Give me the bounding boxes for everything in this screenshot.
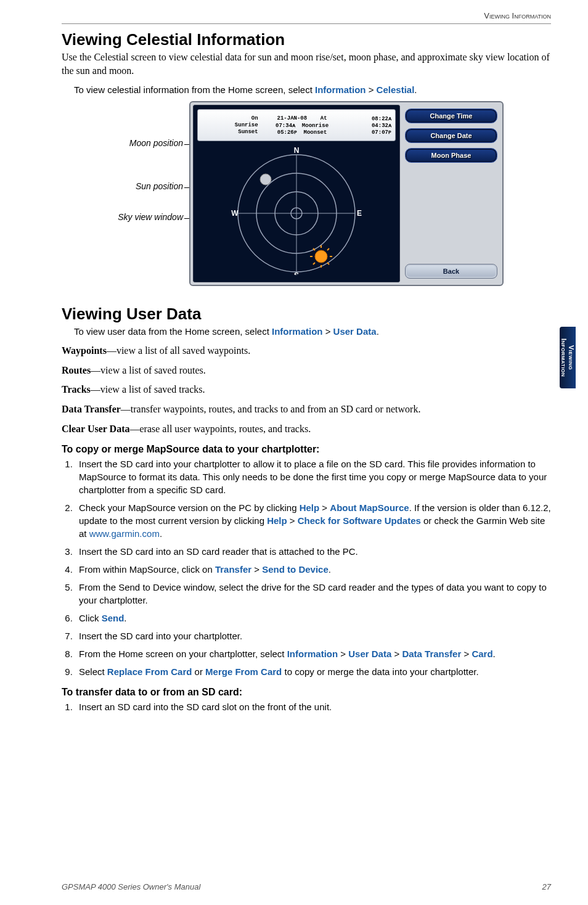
ui-about-mapsource: About MapSource <box>330 502 409 513</box>
sun-icon <box>310 245 332 268</box>
instr-text: To view celestial information from the H… <box>74 84 315 95</box>
ui-replace-from-card: Replace From Card <box>107 666 192 677</box>
page-footer: GPSMAP 4000 Series Owner's Manual 27 <box>62 882 551 891</box>
moon-icon <box>260 174 271 185</box>
page-header-section: Viewing Information <box>484 11 551 20</box>
ui-send: Send <box>102 613 125 623</box>
item-routes: Routes—view a list of saved routes. <box>62 364 551 377</box>
procA-heading: To copy or merge MapSource data to your … <box>62 444 551 455</box>
ui-data-transfer: Data Transfer <box>402 649 461 659</box>
celestial-info-bar: On 21-JAN-08 At 08:22ᴀ Sunrise 07:34ᴀ Mo… <box>197 109 396 141</box>
footer-manual-title: GPSMAP 4000 Series Owner's Manual <box>62 882 200 891</box>
svg-line-13 <box>313 263 315 264</box>
instr-text: To view user data from the Home screen, … <box>74 326 272 337</box>
procB-steps: Insert an SD card into the SD card slot … <box>62 700 551 713</box>
ui-celestial: Celestial <box>377 84 415 95</box>
value-moonrise-time: 04:32ᴀ <box>341 122 391 129</box>
section-title-celestial: Viewing Celestial Information <box>62 30 551 49</box>
procA-step3: Insert the SD card into an SD card reade… <box>75 545 551 558</box>
device-button-column: Change Time Change Date Moon Phase Back <box>402 105 500 282</box>
change-date-button[interactable]: Change Date <box>405 128 497 143</box>
procA-step7: Insert the SD card into your chartplotte… <box>75 629 551 642</box>
ui-information: Information <box>272 326 323 337</box>
row2-mid: 07:34ᴀ Moonrise <box>263 122 341 129</box>
procA-step5: From the Send to Device window, select t… <box>75 581 551 607</box>
svg-line-12 <box>327 248 329 250</box>
compass-e: E <box>357 209 362 218</box>
item-tracks: Tracks—view a list of saved tracks. <box>62 383 551 396</box>
side-tab-line1: Viewing <box>568 345 575 370</box>
sep: > <box>366 84 377 95</box>
ui-send-to-device: Send to Device <box>262 564 329 575</box>
device-frame: On 21-JAN-08 At 08:22ᴀ Sunrise 07:34ᴀ Mo… <box>189 101 504 286</box>
change-time-button[interactable]: Change Time <box>405 109 497 123</box>
row3-mid: 05:26ᴘ Moonset <box>263 129 341 136</box>
procA-step4: From within MapSource, click on Transfer… <box>75 563 551 576</box>
label-sunset: Sunset <box>202 129 263 136</box>
sep: > <box>322 326 333 337</box>
svg-line-14 <box>327 263 329 264</box>
value-date: 21-JAN-08 At <box>263 115 341 122</box>
device-screen: On 21-JAN-08 At 08:22ᴀ Sunrise 07:34ᴀ Mo… <box>193 105 400 282</box>
compass-w: W <box>231 209 239 218</box>
ui-help: Help <box>267 515 287 526</box>
celestial-figure: Moon position Sun position Sky view wind… <box>109 101 504 292</box>
procA-step8: From the Home screen on your chartplotte… <box>75 647 551 660</box>
back-button[interactable]: Back <box>405 264 497 279</box>
ui-help: Help <box>300 502 320 513</box>
celestial-intro: Use the Celestial screen to view celesti… <box>62 51 551 77</box>
ui-information: Information <box>315 84 366 95</box>
side-tab-viewing-information: Viewing Information <box>560 327 576 388</box>
label-sunrise: Sunrise <box>202 122 263 129</box>
ui-user-data: User Data <box>348 649 391 659</box>
callout-sky-view-window: Sky view window <box>97 212 183 222</box>
procA-step6: Click Send. <box>75 612 551 624</box>
celestial-instruction: To view celestial information from the H… <box>74 83 551 96</box>
callout-sun-position: Sun position <box>103 181 183 191</box>
procB-step1: Insert an SD card into the SD card slot … <box>75 700 551 713</box>
ui-information: Information <box>287 649 338 659</box>
ui-check-updates: Check for Software Updates <box>298 515 421 526</box>
procA-steps: Insert the SD card into your chartplotte… <box>62 457 551 678</box>
procB-heading: To transfer data to or from an SD card: <box>62 687 551 698</box>
link-garmin[interactable]: www.garmin.com <box>89 528 160 539</box>
value-moonset-time: 07:07ᴘ <box>341 129 391 136</box>
userdata-instruction: To view user data from the Home screen, … <box>74 325 551 338</box>
procA-step9: Select Replace From Card or Merge From C… <box>75 665 551 678</box>
value-at-time: 08:22ᴀ <box>341 115 391 122</box>
ui-transfer: Transfer <box>215 564 251 575</box>
moon-phase-button[interactable]: Moon Phase <box>405 148 497 163</box>
side-tab-line2: Information <box>560 338 568 377</box>
item-waypoints: Waypoints—view a list of all saved waypo… <box>62 344 551 358</box>
procA-step2: Check your MapSource version on the PC b… <box>75 501 551 540</box>
period: . <box>414 84 417 95</box>
item-clear-user-data: Clear User Data—erase all user waypoints… <box>62 422 551 436</box>
section-title-userdata: Viewing User Data <box>62 305 551 324</box>
footer-page-number: 27 <box>542 882 551 891</box>
item-data-transfer: Data Transfer—transfer waypoints, routes… <box>62 403 551 416</box>
ui-merge-from-card: Merge From Card <box>205 666 282 677</box>
procA-step1: Insert the SD card into your chartplotte… <box>75 457 551 496</box>
sky-view-window: N S W E <box>216 139 377 275</box>
period: . <box>377 326 379 337</box>
svg-point-6 <box>315 250 327 263</box>
compass-n: N <box>294 146 300 155</box>
label-on: On <box>202 115 263 122</box>
callout-moon-position: Moon position <box>103 138 183 148</box>
compass-s: S <box>294 271 299 275</box>
ui-user-data: User Data <box>333 326 377 337</box>
ui-card: Card <box>472 649 492 659</box>
header-rule <box>62 23 551 24</box>
